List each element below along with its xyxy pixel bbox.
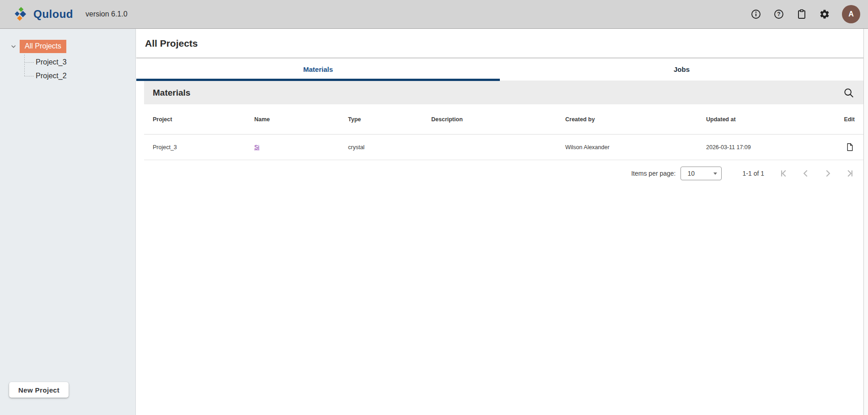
tree-root-row: All Projects	[10, 40, 66, 53]
help-icon: ?	[773, 9, 784, 20]
edit-material-button[interactable]	[845, 142, 855, 152]
paginator: Items per page: 10 1-1 of 1	[144, 160, 863, 187]
tree-guide-line	[24, 54, 25, 76]
next-page-icon	[822, 167, 834, 179]
topbar: Quloud version 6.1.0 ?	[0, 0, 868, 29]
items-per-page-select[interactable]: 10	[680, 167, 722, 180]
table-row: Project_3 Si crystal Wilson Alexander 20…	[144, 135, 863, 160]
user-avatar[interactable]: A	[842, 5, 860, 23]
avatar-initial: A	[848, 10, 854, 18]
tab-jobs[interactable]: Jobs	[500, 58, 863, 81]
app-logo[interactable]: Quloud	[14, 6, 73, 22]
app-name: Quloud	[33, 8, 73, 21]
previous-page-button[interactable]	[800, 167, 812, 179]
page-title: All Projects	[145, 38, 198, 49]
tab-materials[interactable]: Materials	[136, 58, 500, 81]
svg-text:?: ?	[777, 11, 780, 17]
select-caret-icon	[713, 172, 717, 175]
tree-guide-line	[24, 62, 34, 63]
quloud-logo-icon	[14, 6, 29, 22]
column-header-edit: Edit	[827, 116, 855, 123]
materials-panel: Materials Project Name Type Description …	[144, 81, 863, 187]
panel-title: Materials	[153, 88, 190, 98]
version-label: version 6.1.0	[86, 10, 128, 18]
column-header-created-by: Created by	[565, 116, 706, 123]
column-header-project: Project	[153, 116, 254, 123]
cell-type: crystal	[348, 144, 431, 151]
first-page-icon	[778, 167, 790, 179]
column-header-name: Name	[254, 116, 348, 123]
search-icon	[843, 87, 855, 99]
cell-project: Project_3	[153, 144, 254, 151]
material-name-link[interactable]: Si	[254, 144, 259, 151]
clipboard-icon	[796, 9, 807, 20]
new-project-button[interactable]: New Project	[9, 382, 69, 398]
tree-collapse-toggle[interactable]	[10, 43, 17, 50]
tab-bar: Materials Jobs	[136, 58, 863, 81]
sidebar-item-project-2[interactable]: Project_2	[36, 72, 67, 80]
table-header-row: Project Name Type Description Created by…	[144, 104, 863, 135]
tree-guide-line	[24, 76, 34, 76]
main-content: All Projects Materials Jobs Materials Pr…	[136, 29, 863, 415]
next-page-button[interactable]	[822, 167, 834, 179]
gear-icon	[819, 9, 830, 20]
sidebar-item-project-3[interactable]: Project_3	[36, 58, 67, 66]
previous-page-icon	[800, 167, 812, 179]
pagination-range-label: 1-1 of 1	[743, 170, 764, 177]
column-header-type: Type	[348, 116, 431, 123]
scrollbar-track[interactable]	[863, 29, 868, 415]
edit-document-icon	[845, 142, 855, 152]
column-header-updated-at: Updated at	[706, 116, 827, 123]
topbar-actions: ? A	[750, 5, 860, 23]
active-tab-indicator	[136, 79, 500, 81]
last-page-icon	[844, 167, 856, 179]
chevron-down-icon	[10, 43, 17, 50]
items-per-page-value: 10	[681, 170, 695, 177]
pagination-nav	[778, 167, 856, 179]
project-tree-sidebar: All Projects Project_3 Project_2 New Pro…	[0, 29, 136, 415]
cell-created-by: Wilson Alexander	[565, 144, 706, 151]
clipboard-button[interactable]	[796, 9, 807, 20]
info-icon	[750, 9, 761, 20]
settings-button[interactable]	[819, 9, 830, 20]
search-button[interactable]	[843, 87, 855, 99]
page-header: All Projects	[136, 29, 863, 58]
cell-updated-at: 2026-03-11 17:09	[706, 144, 827, 151]
column-header-description: Description	[431, 116, 565, 123]
materials-panel-header: Materials	[144, 81, 863, 104]
last-page-button[interactable]	[844, 167, 856, 179]
help-button[interactable]: ?	[773, 9, 784, 20]
info-button[interactable]	[750, 9, 761, 20]
sidebar-item-all-projects[interactable]: All Projects	[20, 40, 66, 53]
first-page-button[interactable]	[778, 167, 790, 179]
items-per-page-label: Items per page:	[631, 170, 675, 177]
